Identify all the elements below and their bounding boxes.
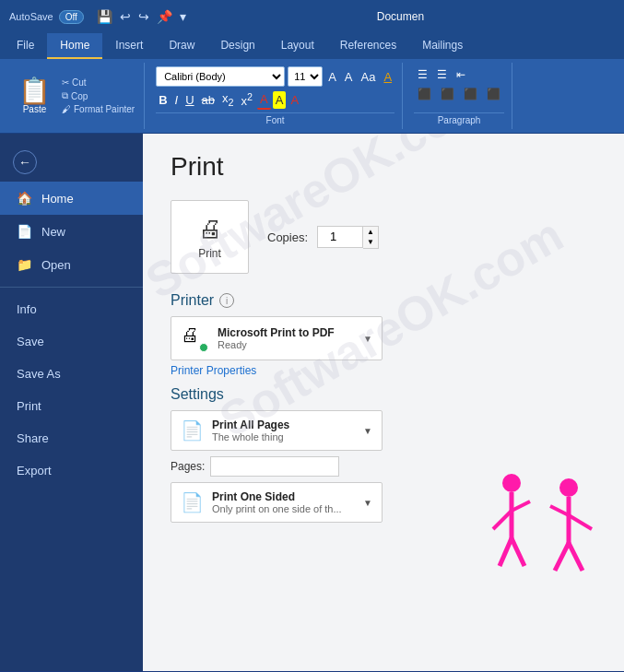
font-grow-button[interactable]: A [325, 68, 339, 86]
sidebar-item-new[interactable]: 📄 New [0, 215, 143, 248]
decorative-figure [477, 465, 606, 616]
font-case-button[interactable]: Aa [358, 68, 378, 86]
print-title: Print [171, 152, 596, 182]
title-bar-icons: 💾 ↩ ↪ 📌 ▾ [97, 9, 186, 24]
pages-icon: 📄 [181, 419, 203, 442]
font-size-select[interactable]: 11 [288, 66, 323, 87]
sidebar-print-label: Print [17, 399, 41, 413]
copy-button[interactable]: ⧉ Cop [60, 89, 136, 102]
indent-decrease-button[interactable]: ⇤ [453, 66, 469, 83]
tab-layout[interactable]: Layout [268, 33, 327, 59]
sidebar-item-save[interactable]: Save [0, 325, 143, 358]
strikethrough-button[interactable]: ab [199, 91, 218, 109]
tab-file[interactable]: File [4, 33, 47, 59]
ribbon: File Home Insert Draw Design Layout Refe… [0, 33, 624, 134]
font-family-select[interactable]: Calibri (Body) [156, 66, 285, 87]
sidebar: ← 🏠 Home 📄 New 📁 Open Info Save Save As … [0, 134, 143, 671]
printer-selector[interactable]: 🖨 Microsoft Print to PDF Ready ▼ [171, 316, 383, 360]
para-row2: ⬛ ⬛ ⬛ ⬛ [414, 86, 504, 102]
print-button[interactable]: 🖨 Print [171, 200, 249, 274]
printer-info-icon[interactable]: i [219, 293, 234, 308]
italic-button[interactable]: I [172, 91, 182, 109]
tab-mailings[interactable]: Mailings [409, 33, 476, 59]
subscript-button[interactable]: x2 [219, 89, 237, 110]
underline-button[interactable]: U [182, 91, 196, 109]
superscript-button[interactable]: x2 [239, 89, 256, 110]
cut-label: Cut [72, 77, 87, 88]
font-row2: B I U ab x2 x2 A A A [156, 89, 394, 110]
sidebar-item-home[interactable]: 🏠 Home [0, 182, 143, 215]
align-right-button[interactable]: ⬛ [460, 86, 481, 102]
numbered-button[interactable]: ☰ [433, 66, 451, 83]
svg-line-11 [569, 543, 583, 571]
sidebar-divider [0, 287, 143, 288]
clear-format-button[interactable]: A [381, 68, 394, 86]
settings-item-text: Print All Pages The whole thing [212, 419, 354, 442]
printer-status-dot [199, 343, 208, 352]
align-left-button[interactable]: ⬛ [414, 86, 435, 102]
cut-button[interactable]: ✂ Cut [60, 77, 136, 88]
paste-icon: 📋 [18, 78, 51, 104]
one-sided-title: Print One Sided [212, 490, 354, 503]
copies-decrement[interactable]: ▼ [363, 237, 378, 248]
sidebar-item-export[interactable]: Export [0, 454, 143, 487]
print-top-row: 🖨 Print Copies: ▲ ▼ [171, 200, 596, 274]
pages-input[interactable] [210, 456, 339, 477]
justify-button[interactable]: ⬛ [483, 86, 504, 102]
tab-home[interactable]: Home [47, 33, 102, 59]
sidebar-item-share[interactable]: Share [0, 422, 143, 454]
pages-label: Pages: [171, 460, 205, 473]
highlight-button[interactable]: A [273, 91, 287, 109]
save-icon[interactable]: 💾 [97, 9, 112, 24]
back-button[interactable]: ← [0, 143, 143, 182]
copies-spinner: ▲ ▼ [317, 226, 379, 249]
svg-line-8 [550, 506, 569, 515]
bullets-button[interactable]: ☰ [414, 66, 431, 83]
tab-insert[interactable]: Insert [102, 33, 156, 59]
one-sided-icon: 📄 [181, 491, 203, 513]
svg-line-5 [512, 538, 524, 566]
spinner-buttons: ▲ ▼ [363, 226, 379, 249]
font-shrink-button[interactable]: A [342, 68, 356, 86]
title-bar-left: AutoSave Off 💾 ↩ ↪ 📌 ▾ [9, 9, 186, 24]
bold-button[interactable]: B [156, 91, 170, 109]
copies-increment[interactable]: ▲ [363, 227, 378, 238]
align-center-button[interactable]: ⬛ [437, 86, 458, 102]
one-sided-arrow: ▼ [363, 498, 372, 508]
font-shade-button[interactable]: A [288, 91, 301, 109]
sidebar-item-saveas[interactable]: Save As [0, 358, 143, 390]
sidebar-save-label: Save [17, 335, 44, 348]
font-color-button[interactable]: A [257, 90, 271, 110]
font-group-label: Font [156, 112, 394, 125]
sidebar-home-label: Home [41, 192, 74, 206]
tab-draw[interactable]: Draw [156, 33, 207, 59]
sidebar-open-label: Open [41, 258, 71, 272]
copies-input[interactable] [317, 226, 363, 248]
printer-icon: 🖨 [181, 324, 199, 345]
customize-icon[interactable]: ▾ [180, 9, 186, 24]
print-button-label: Print [198, 247, 221, 260]
printer-properties-link[interactable]: Printer Properties [171, 364, 596, 377]
pin-icon[interactable]: 📌 [157, 9, 172, 24]
tab-design[interactable]: Design [207, 33, 267, 59]
new-doc-icon: 📄 [17, 224, 32, 239]
format-painter-button[interactable]: 🖌 Format Painter [60, 103, 136, 115]
sidebar-item-open[interactable]: 📁 Open [0, 248, 143, 281]
print-one-sided-selector[interactable]: 📄 Print One Sided Only print on one side… [171, 482, 383, 523]
tab-references[interactable]: References [327, 33, 409, 59]
autosave-toggle[interactable]: Off [59, 10, 84, 24]
redo-icon[interactable]: ↪ [138, 9, 149, 24]
sidebar-item-info[interactable]: Info [0, 293, 143, 325]
undo-icon[interactable]: ↩ [120, 9, 131, 24]
copies-row: Copies: ▲ ▼ [267, 226, 379, 249]
print-all-pages-selector[interactable]: 📄 Print All Pages The whole thing ▼ [171, 410, 383, 451]
settings-section-header: Settings [171, 386, 596, 403]
para-row1: ☰ ☰ ⇤ [414, 66, 504, 83]
settings-section-label: Settings [171, 386, 224, 403]
svg-line-10 [555, 543, 569, 571]
paragraph-group-label: Paragraph [414, 112, 504, 125]
back-icon: ← [13, 150, 37, 174]
svg-line-2 [493, 511, 512, 529]
sidebar-item-print[interactable]: Print [0, 390, 143, 422]
paste-button[interactable]: 📋 Paste [13, 77, 56, 116]
